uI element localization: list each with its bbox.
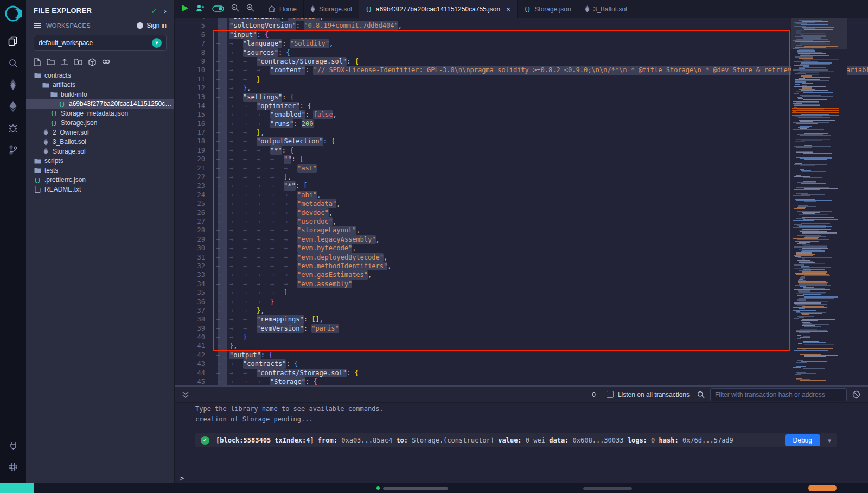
sign-in-label: Sign in xyxy=(146,22,167,29)
tab-label: Storage.json xyxy=(534,5,571,13)
terminal-toolbar: 0 Listen on all transactions xyxy=(175,387,868,403)
tree-item-scripts[interactable]: scripts xyxy=(26,156,174,166)
tree-item-3-ballot-sol[interactable]: 3_Ballot.sol xyxy=(26,137,174,147)
tree-item--prettierrc-json[interactable]: {}.prettierrc.json xyxy=(26,175,174,185)
code-line-40: 40→→} xyxy=(175,333,868,342)
home-icon xyxy=(268,5,276,12)
tree-item-artifacts[interactable]: artifacts xyxy=(26,80,174,90)
tree-item-2-owner-sol[interactable]: 2_Owner.sol xyxy=(26,128,174,137)
code-line-15: 15→→→→"enabled": false, xyxy=(175,110,868,119)
line-number: 38 xyxy=(175,315,205,324)
tree-item-storage-json[interactable]: {}Storage.json xyxy=(26,118,174,128)
folder-icon xyxy=(34,167,41,173)
file-explorer-icon[interactable] xyxy=(0,30,26,52)
tree-item-label: contracts xyxy=(44,72,71,79)
transaction-log-row[interactable]: ✓ [block:5583405 txIndex:4] from: 0xa03.… xyxy=(195,433,837,447)
workspace-menu-icon[interactable] xyxy=(34,22,41,29)
terminal-search-icon[interactable] xyxy=(697,391,705,399)
code-line-41: 41→}, xyxy=(175,342,868,350)
terminal-output[interactable]: Type the library name to see available c… xyxy=(175,405,868,447)
code-line-25: 25→→→→→→"metadata", xyxy=(175,199,868,208)
deploy-and-run-icon[interactable] xyxy=(0,96,26,117)
code-line-5: 5→"solcLongVersion": "0.8.19+commit.7dd6… xyxy=(175,21,868,30)
close-tab-icon[interactable]: × xyxy=(506,5,510,14)
git-icon[interactable] xyxy=(0,139,26,161)
code-line-14: 14→→→"optimizer": { xyxy=(175,102,868,110)
tree-item-label: scripts xyxy=(44,157,63,165)
tree-item-storage-sol[interactable]: Storage.sol xyxy=(26,147,174,156)
line-number: 9 xyxy=(175,57,205,66)
line-number: 8 xyxy=(175,48,205,57)
new-file-icon[interactable] xyxy=(34,58,41,66)
status-text-right xyxy=(583,487,632,490)
checkmark-icon[interactable]: ✓ xyxy=(151,7,157,15)
run-script-icon[interactable] xyxy=(182,4,189,14)
code-line-23: 23→→→→→"*": [ xyxy=(175,181,868,190)
zoom-in-icon[interactable] xyxy=(246,4,254,14)
line-number: 16 xyxy=(175,119,205,128)
folder-icon xyxy=(34,158,41,164)
people-icon[interactable] xyxy=(196,4,205,14)
search-icon[interactable] xyxy=(0,52,26,74)
transaction-filter-input[interactable] xyxy=(710,388,847,401)
tree-item-a69b43f277ba20fcac141151250ca7-[interactable]: {}a69b43f277ba20fcac141151250ca7... xyxy=(26,99,174,109)
tree-item-contracts[interactable]: contracts xyxy=(26,71,174,80)
upload-folder-icon[interactable] xyxy=(74,58,82,66)
solidity-icon xyxy=(310,5,315,12)
terminal-line: Type the library name to see available c… xyxy=(175,405,868,413)
new-folder-icon[interactable] xyxy=(47,58,55,66)
workspace-dropdown-icon[interactable]: ▼ xyxy=(152,38,162,48)
line-number: 43 xyxy=(175,359,205,368)
line-number: 44 xyxy=(175,369,205,377)
tree-item-build-info[interactable]: build-info xyxy=(26,90,174,99)
debugger-icon[interactable] xyxy=(0,117,26,139)
alert-badge[interactable] xyxy=(808,485,837,491)
code-line-39: 39→→→"evmVersion": "paris" xyxy=(175,324,868,333)
plugin-manager-icon[interactable] xyxy=(0,434,26,456)
remix-ide-window: FILE EXPLORER ✓ › WORKSPACES Sign in def… xyxy=(0,0,868,493)
tab-a69b43f277ba20fcac141151250ca755-json[interactable]: {}a69b43f277ba20fcac141151250ca755.json× xyxy=(359,0,518,18)
code-line-21: 21→→→→→→"ast" xyxy=(175,164,868,173)
line-number: 37 xyxy=(175,306,205,315)
json-icon: {} xyxy=(366,6,372,12)
tab-label: Home xyxy=(279,5,297,13)
code-line-8: 8→→"sources": { xyxy=(175,48,868,57)
remix-logo-icon[interactable] xyxy=(4,4,22,23)
terminal-expand-icon[interactable] xyxy=(182,391,189,398)
toggle-widgets-icon[interactable] xyxy=(212,4,224,14)
code-editor[interactable]: 4→"solcVersion": "0.8.19",5→"solcLongVer… xyxy=(175,18,868,385)
workspace-status-segment[interactable] xyxy=(0,483,34,493)
listen-all-checkbox[interactable] xyxy=(607,391,614,398)
tree-item-readme-txt[interactable]: README.txt xyxy=(26,185,174,194)
code-line-7: 7→→"language": "Solidity", xyxy=(175,39,868,48)
tab-3-ballot-sol[interactable]: 3_Ballot.sol xyxy=(578,0,634,18)
terminal-prompt[interactable]: > xyxy=(180,475,184,482)
workspaces-label: WORKSPACES xyxy=(46,22,137,29)
line-number: 15 xyxy=(175,110,205,119)
tree-item-tests[interactable]: tests xyxy=(26,166,174,175)
link-external-icon[interactable] xyxy=(102,58,110,66)
tree-item-storage-metadata-json[interactable]: {}Storage_metadata.json xyxy=(26,109,174,118)
settings-gear-icon[interactable] xyxy=(0,456,26,478)
expand-transaction-icon[interactable]: ▼ xyxy=(828,438,831,444)
debug-button[interactable]: Debug xyxy=(785,434,820,446)
code-line-36: 36→→→→} xyxy=(175,298,868,306)
tab-storage-json[interactable]: {}Storage.json xyxy=(518,0,578,18)
load-template-icon[interactable] xyxy=(88,58,96,66)
code-line-27: 27→→→→→→"userdoc", xyxy=(175,217,868,226)
clear-console-icon[interactable] xyxy=(852,390,860,399)
chevron-right-icon[interactable]: › xyxy=(164,6,167,15)
solidity-compiler-icon[interactable] xyxy=(0,74,26,96)
workspace-select[interactable]: default_workspace ▼ xyxy=(34,35,167,51)
minimap[interactable] xyxy=(791,18,847,385)
sign-in-button[interactable]: Sign in xyxy=(137,22,167,29)
tab-home[interactable]: Home xyxy=(261,0,304,18)
tree-item-label: a69b43f277ba20fcac141151250ca7... xyxy=(69,100,174,108)
file-toolbar xyxy=(26,53,174,69)
json-file-icon: {} xyxy=(50,110,58,116)
tree-item-label: 2_Owner.sol xyxy=(53,129,89,136)
tab-storage-sol[interactable]: Storage.sol xyxy=(304,0,359,18)
zoom-out-icon[interactable] xyxy=(231,4,239,14)
line-number: 34 xyxy=(175,280,205,288)
upload-file-icon[interactable] xyxy=(61,58,68,66)
